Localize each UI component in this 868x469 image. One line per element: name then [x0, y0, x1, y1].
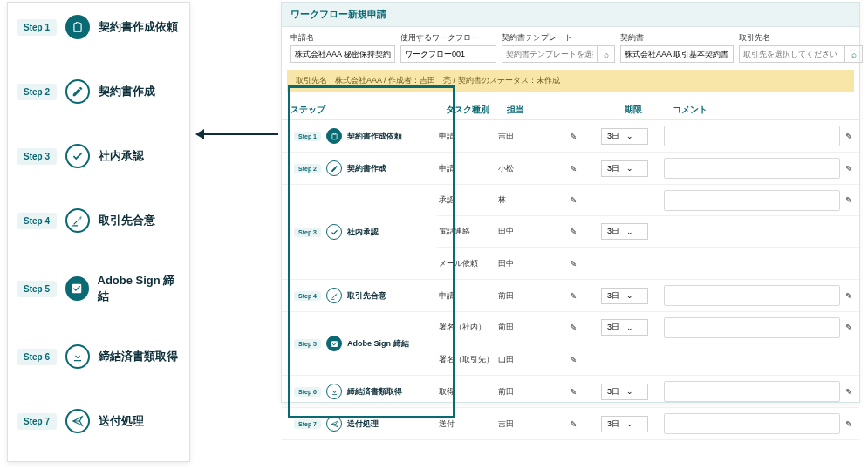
step-label: Adobe Sign 締結: [347, 338, 409, 350]
template-label: 契約書テンプレート: [502, 32, 615, 44]
step-pill: Step 7: [17, 413, 57, 430]
step-label: 取引先合意: [347, 290, 386, 302]
period-select[interactable]: 3日⌄: [601, 319, 648, 336]
edit-icon[interactable]: ✎: [845, 164, 852, 173]
edit-icon[interactable]: ✎: [845, 132, 852, 141]
person-cell: 吉田✎: [498, 418, 585, 430]
step-label: 契約書作成: [347, 163, 386, 174]
left-step-item[interactable]: Step 3社内承認: [17, 144, 181, 168]
left-step-item[interactable]: Step 2契約書作成: [17, 79, 181, 104]
step-cell: Step 2契約書作成: [282, 153, 437, 184]
comment-input[interactable]: [664, 158, 840, 179]
period-select[interactable]: 3日⌄: [601, 160, 648, 177]
edit-icon[interactable]: ✎: [570, 387, 577, 397]
edit-icon[interactable]: ✎: [570, 323, 577, 332]
task-row: 申請小松✎3日⌄✎: [437, 153, 859, 184]
task-row: 取得前田✎3日⌄✎: [437, 376, 859, 407]
check-icon: [326, 224, 342, 240]
left-step-item[interactable]: Step 6締結済書類取得: [17, 344, 181, 369]
step-pill: Step 3: [17, 148, 57, 165]
period-select[interactable]: 3日⌄: [601, 128, 648, 145]
clipboard-icon: [65, 15, 90, 39]
edit-icon[interactable]: ✎: [570, 195, 577, 205]
task-row: 署名（社内）前田✎3日⌄✎: [437, 312, 859, 343]
task-type: 署名（社内）: [437, 322, 498, 333]
edit-icon[interactable]: ✎: [845, 323, 852, 332]
comment-input[interactable]: [664, 126, 840, 146]
step-label: 契約書作成依頼: [99, 19, 178, 35]
step-label: Adobe Sign 締結: [98, 273, 181, 304]
task-type: 申請: [437, 131, 498, 142]
step-label: 社内承認: [99, 148, 144, 164]
edit-icon[interactable]: ✎: [570, 132, 577, 141]
task-row: 送付吉田✎3日⌄✎: [437, 408, 859, 439]
workflow-input[interactable]: [400, 45, 496, 63]
tasks-column: 申請前田✎3日⌄✎: [437, 280, 859, 311]
edit-icon[interactable]: ✎: [845, 195, 852, 205]
edit-icon[interactable]: ✎: [570, 355, 577, 364]
tasks-column: 取得前田✎3日⌄✎: [437, 376, 859, 407]
contract-input[interactable]: [620, 45, 734, 63]
col-step: ステップ: [290, 104, 446, 116]
step-pill: Step 6: [294, 387, 321, 397]
col-task: タスク種別: [446, 104, 507, 116]
task-row: メール依頼田中✎: [437, 248, 859, 279]
left-step-item[interactable]: Step 5Adobe Sign 締結: [17, 273, 181, 304]
edit-icon[interactable]: ✎: [845, 419, 852, 429]
period-cell: 3日⌄: [585, 128, 664, 145]
period-select[interactable]: 3日⌄: [601, 288, 648, 304]
tasks-column: 申請小松✎3日⌄✎: [437, 153, 859, 184]
step-label: 締結済書類取得: [99, 349, 178, 364]
left-step-item[interactable]: Step 4取引先合意: [17, 208, 181, 233]
tasks-column: 承認林✎✎電話連絡田中✎3日⌄メール依頼田中✎: [437, 185, 859, 279]
col-period: 期限: [594, 104, 673, 116]
task-type: 電話連絡: [437, 226, 498, 237]
step-cell: Step 1契約書作成依頼: [282, 120, 437, 152]
comment-input[interactable]: [664, 285, 840, 306]
comment-input[interactable]: [664, 381, 840, 402]
comment-input[interactable]: [664, 413, 840, 434]
step-pill: Step 6: [17, 349, 57, 365]
chevron-down-icon: ⌄: [626, 387, 633, 396]
template-input[interactable]: [502, 45, 598, 63]
period-select[interactable]: 3日⌄: [601, 223, 648, 240]
comment-input[interactable]: [664, 190, 840, 211]
task-type: 承認: [437, 194, 498, 206]
search-icon[interactable]: ⌕: [845, 45, 863, 63]
edit-icon[interactable]: ✎: [570, 164, 577, 173]
send-icon: [326, 416, 342, 432]
search-icon[interactable]: ⌕: [598, 45, 615, 63]
step-pill: Step 5: [294, 339, 321, 349]
task-row: 申請前田✎3日⌄✎: [437, 280, 859, 311]
step-pill: Step 2: [17, 84, 57, 100]
step-pill: Step 4: [294, 291, 321, 301]
name-input[interactable]: [290, 45, 395, 63]
period-select[interactable]: 3日⌄: [601, 416, 648, 432]
step-pill: Step 1: [294, 132, 321, 141]
person-cell: 小松✎: [498, 163, 585, 174]
pencil-icon: [65, 79, 90, 104]
comment-input[interactable]: [664, 317, 840, 338]
task-type: 申請: [437, 290, 498, 302]
edit-icon[interactable]: ✎: [845, 291, 852, 301]
person-cell: 前田✎: [498, 322, 585, 333]
grid-row: Step 4取引先合意申請前田✎3日⌄✎: [282, 280, 859, 312]
person-cell: 山田✎: [498, 354, 585, 365]
task-row: 署名（取引先）山田✎: [437, 343, 859, 375]
period-select[interactable]: 3日⌄: [601, 384, 648, 400]
edit-icon[interactable]: ✎: [570, 227, 577, 236]
partner-label: 取引先名: [739, 32, 863, 44]
name-label: 申請名: [290, 32, 395, 44]
left-step-item[interactable]: Step 1契約書作成依頼: [17, 15, 181, 39]
person-cell: 前田✎: [498, 386, 585, 398]
task-type: 署名（取引先）: [437, 354, 498, 365]
left-step-item[interactable]: Step 7送付処理: [17, 409, 181, 433]
edit-icon[interactable]: ✎: [570, 419, 577, 429]
period-cell: 3日⌄: [585, 223, 664, 240]
edit-icon[interactable]: ✎: [845, 387, 852, 397]
chevron-down-icon: ⌄: [626, 164, 633, 173]
partner-input[interactable]: [739, 45, 845, 63]
edit-icon[interactable]: ✎: [570, 259, 577, 268]
edit-icon[interactable]: ✎: [570, 291, 577, 301]
step-label: 締結済書類取得: [347, 386, 402, 398]
